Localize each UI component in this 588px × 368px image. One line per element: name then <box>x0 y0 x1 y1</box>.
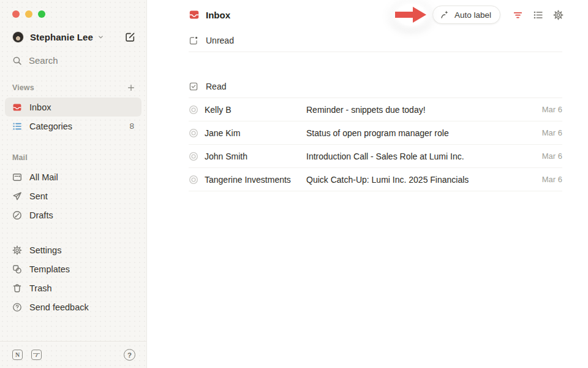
sidebar: Stephanie Lee Search Views Inbox <box>0 0 147 368</box>
sidebar-item-label: Templates <box>29 264 70 274</box>
avatar <box>12 31 24 43</box>
sidebar-item-label: Drafts <box>29 210 53 220</box>
section-label: Unread <box>206 36 234 45</box>
search-input[interactable]: Search <box>0 55 146 66</box>
email-subject: Quick Catch-Up: Lumi Inc. 2025 Financial… <box>306 175 535 185</box>
email-date: Mar 6 <box>542 151 562 161</box>
views-list: Inbox Categories 8 <box>5 98 141 136</box>
compose-icon[interactable] <box>125 32 135 42</box>
email-sender: Kelly B <box>205 105 306 115</box>
sidebar-item-label: Categories <box>29 121 72 131</box>
email-date: Mar 6 <box>542 105 562 114</box>
email-row[interactable]: John Smith Introduction Call - Sales Rol… <box>189 145 562 168</box>
sidebar-item-drafts[interactable]: Drafts <box>5 205 141 224</box>
email-subject: Introduction Call - Sales Role at Lumi I… <box>306 151 535 161</box>
sidebar-item-inbox[interactable]: Inbox <box>5 98 141 117</box>
email-list: Unread Read Kelly B Reminder - snippets … <box>147 29 588 191</box>
read-status-icon <box>189 151 198 161</box>
sidebar-item-all-mail[interactable]: All Mail <box>5 167 141 186</box>
notion-app-icon[interactable]: N <box>12 350 23 360</box>
unread-empty-space <box>189 52 562 75</box>
inbox-icon <box>189 9 200 20</box>
send-icon <box>12 191 22 201</box>
read-section-header[interactable]: Read <box>189 75 562 98</box>
unread-section-header[interactable]: Unread <box>189 29 562 52</box>
account-switcher[interactable]: Stephanie Lee <box>0 31 146 43</box>
categories-list-icon <box>12 121 22 131</box>
header-actions: Auto label <box>391 1 564 28</box>
chevron-down-icon <box>97 34 104 40</box>
filter-icon[interactable] <box>513 10 523 20</box>
minimize-window-button[interactable] <box>25 10 32 18</box>
email-sender: Jane Kim <box>205 128 306 138</box>
read-status-icon <box>189 128 198 138</box>
sidebar-item-label: All Mail <box>29 172 58 182</box>
section-label: Read <box>206 82 226 91</box>
sparkle-icon <box>440 10 450 20</box>
mail-list: All Mail Sent Drafts <box>5 167 141 224</box>
shapes-icon <box>12 264 22 274</box>
sidebar-item-label: Inbox <box>29 102 51 112</box>
email-sender: Tangerine Investments <box>205 175 306 185</box>
all-mail-icon <box>12 172 22 182</box>
email-date: Mar 6 <box>542 128 562 137</box>
calendar-app-icon[interactable]: 7 <box>31 350 42 360</box>
gear-icon[interactable] <box>553 10 564 20</box>
main-header: Inbox Auto label <box>147 0 588 29</box>
main-panel: Inbox Auto label <box>147 0 588 368</box>
read-status-icon <box>189 105 198 115</box>
email-row[interactable]: Tangerine Investments Quick Catch-Up: Lu… <box>189 168 562 191</box>
views-section-title: Views <box>12 83 34 92</box>
sidebar-item-label: Sent <box>29 191 48 201</box>
categories-count: 8 <box>129 121 134 131</box>
inbox-icon <box>12 102 22 112</box>
page-title: Inbox <box>206 10 230 20</box>
unread-icon <box>189 36 198 45</box>
read-status-icon <box>189 175 198 185</box>
search-icon <box>12 56 22 66</box>
email-subject: Reminder - snippets due today! <box>306 105 535 115</box>
email-row[interactable]: Kelly B Reminder - snippets due today! M… <box>189 98 562 121</box>
mail-section-header: Mail <box>0 152 146 163</box>
close-window-button[interactable] <box>12 10 20 18</box>
read-checkbox-icon <box>189 82 198 91</box>
zoom-window-button[interactable] <box>38 10 45 18</box>
help-icon[interactable]: ? <box>124 349 135 361</box>
account-name: Stephanie Lee <box>30 32 93 42</box>
auto-label-button-label: Auto label <box>454 10 491 20</box>
question-circle-icon <box>12 302 22 312</box>
draft-icon <box>12 210 22 220</box>
sidebar-item-label: Trash <box>29 283 52 293</box>
sidebar-footer: N 7 ? <box>0 341 146 368</box>
gear-icon <box>12 245 22 255</box>
search-placeholder: Search <box>29 55 58 66</box>
sidebar-item-settings[interactable]: Settings <box>5 240 141 259</box>
window-controls <box>0 0 146 18</box>
sidebar-item-label: Send feedback <box>29 302 89 312</box>
red-arrow-annotation <box>391 1 431 28</box>
sidebar-item-sent[interactable]: Sent <box>5 186 141 205</box>
email-row[interactable]: Jane Kim Status of open program manager … <box>189 121 562 145</box>
email-sender: John Smith <box>205 151 306 161</box>
email-subject: Status of open program manager role <box>306 128 535 138</box>
email-date: Mar 6 <box>542 175 562 184</box>
arrow-right-icon <box>392 4 430 26</box>
sidebar-item-templates[interactable]: Templates <box>5 259 141 278</box>
sidebar-item-label: Settings <box>29 245 61 255</box>
sidebar-item-categories[interactable]: Categories 8 <box>5 117 141 136</box>
sidebar-item-trash[interactable]: Trash <box>5 278 141 297</box>
trash-icon <box>12 283 22 293</box>
sidebar-item-send-feedback[interactable]: Send feedback <box>5 297 141 316</box>
views-section-header: Views <box>0 82 146 93</box>
auto-label-button[interactable]: Auto label <box>432 6 500 24</box>
list-view-icon[interactable] <box>533 10 543 20</box>
tools-list: Settings Templates Trash Send feedback <box>5 240 141 316</box>
mail-section-title: Mail <box>12 153 28 162</box>
plus-icon[interactable] <box>127 83 135 92</box>
